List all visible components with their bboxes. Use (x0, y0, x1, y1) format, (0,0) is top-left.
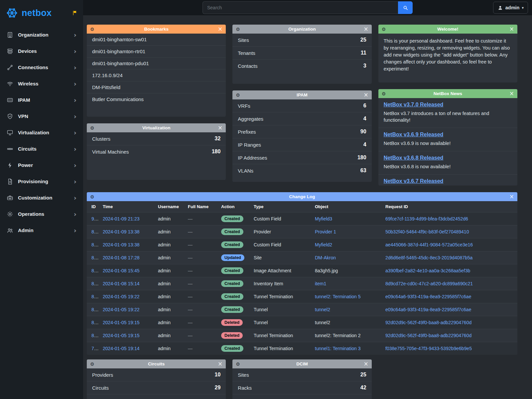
changelog-object-link[interactable]: Provider 1 (315, 229, 336, 234)
sidebar-item-customization[interactable]: Customization › (0, 190, 83, 206)
sidebar-item-wireless[interactable]: Wireless › (0, 75, 83, 92)
bookmark-item[interactable]: 172.16.0.9/24 (87, 69, 226, 81)
changelog-time-link[interactable]: 2024-01-08 15:14 (103, 281, 140, 286)
changelog-time-link[interactable]: 2024-01-05 19:22 (103, 294, 140, 299)
sidebar-item-power[interactable]: Power › (0, 157, 83, 173)
stat-value[interactable]: 6 (363, 103, 366, 109)
stat-value[interactable]: 10 (215, 372, 221, 378)
widget-close-icon[interactable]: × (509, 194, 514, 200)
changelog-request-id-link[interactable]: ae445066-387d-44f1-9084-572a05ce3e16 (385, 242, 473, 247)
changelog-time-link[interactable]: 2024-01-08 17:28 (103, 255, 140, 260)
widget-close-icon[interactable]: × (509, 91, 514, 96)
widget-config-gear-icon[interactable]: ⚙ (90, 362, 94, 366)
sidebar-item-organization[interactable]: Organization › (0, 27, 83, 43)
stat-value[interactable]: 25 (360, 37, 366, 43)
widget-close-icon[interactable]: × (509, 26, 514, 32)
news-link[interactable]: NetBox v3.7.0 Released (384, 102, 444, 108)
changelog-id-link[interactable]: 90 (91, 216, 99, 221)
changelog-request-id-link[interactable]: 69fce7cf-1139-4d99-bfea-f3dcbd2452d6 (385, 216, 468, 221)
changelog-request-id-link[interactable]: 50b32f40-5464-4f9c-b83f-0ef270489410 (385, 229, 469, 234)
bookmark-item[interactable]: Butler Communications (87, 93, 226, 105)
changelog-request-id-link[interactable]: 92d02d9c-562f-49f0-baa8-adb22904760d (385, 333, 471, 338)
widget-close-icon[interactable]: × (363, 92, 368, 98)
stat-value[interactable]: 4 (363, 116, 366, 122)
brand-name[interactable]: netbox (22, 8, 52, 18)
changelog-id-link[interactable]: 81 (91, 320, 99, 325)
changelog-request-id-link[interactable]: f038e755-705e-47f3-9433-5392b9e6b9e5 (385, 346, 472, 351)
widget-config-gear-icon[interactable]: ⚙ (236, 27, 240, 32)
bookmark-item[interactable]: DM-Pittsfield (87, 81, 226, 93)
changelog-time-link[interactable]: 2024-01-09 21:23 (103, 216, 140, 221)
sidebar-item-devices[interactable]: Devices › (0, 43, 83, 59)
stat-value[interactable]: 63 (360, 168, 366, 174)
changelog-object-link[interactable]: item1 (315, 281, 326, 286)
widget-config-gear-icon[interactable]: ⚙ (382, 27, 386, 32)
stat-value[interactable]: 42 (360, 385, 366, 391)
changelog-time-link[interactable]: 2024-01-05 19:15 (103, 320, 140, 325)
changelog-time-link[interactable]: 2024-01-09 13:38 (103, 229, 140, 234)
changelog-object-link[interactable]: Myfield2 (315, 242, 332, 247)
changelog-id-link[interactable]: 83 (91, 307, 99, 312)
sidebar-item-operations[interactable]: Operations › (0, 206, 83, 222)
widget-close-icon[interactable]: × (218, 125, 222, 131)
changelog-id-link[interactable]: 79 (91, 346, 99, 351)
stat-value[interactable]: 180 (212, 149, 221, 155)
search-input[interactable] (202, 1, 398, 14)
pin-flag-icon[interactable] (72, 10, 78, 16)
sidebar-item-ipam[interactable]: IPAM › (0, 92, 83, 108)
bookmark-item[interactable]: dmi01-binghamton-pdu01 (87, 57, 226, 69)
changelog-id-link[interactable]: 85 (91, 281, 99, 286)
changelog-time-link[interactable]: 2024-01-05 19:14 (103, 346, 140, 351)
sidebar-item-vpn[interactable]: VPN › (0, 108, 83, 124)
bookmark-item[interactable]: dmi01-binghamton-rtr01 (87, 45, 226, 57)
widget-config-gear-icon[interactable]: ⚙ (90, 27, 94, 32)
sidebar-item-connections[interactable]: Connections › (0, 59, 83, 75)
stat-value[interactable]: 4 (363, 142, 366, 148)
widget-config-gear-icon[interactable]: ⚙ (236, 93, 240, 97)
changelog-time-link[interactable]: 2024-01-05 19:15 (103, 333, 140, 338)
changelog-object-link[interactable]: DM-Akron (315, 255, 336, 260)
changelog-time-link[interactable]: 2024-01-05 19:22 (103, 307, 140, 312)
sidebar-item-circuits[interactable]: Circuits › (0, 141, 83, 157)
widget-config-gear-icon[interactable]: ⚙ (90, 195, 94, 199)
changelog-request-id-link[interactable]: 2d6d6e8f-5465-45dc-8ec3-2019d4087b5a (385, 255, 472, 260)
widget-close-icon[interactable]: × (363, 26, 368, 32)
search-button[interactable] (398, 1, 413, 14)
widget-close-icon[interactable]: × (218, 361, 222, 367)
changelog-time-link[interactable]: 2024-01-08 15:45 (103, 268, 140, 273)
changelog-id-link[interactable]: 87 (91, 255, 99, 260)
stat-value[interactable]: 29 (215, 385, 221, 391)
sidebar-item-virtualization[interactable]: Virtualization › (0, 124, 83, 141)
changelog-object-link[interactable]: Myfield3 (315, 216, 332, 221)
widget-config-gear-icon[interactable]: ⚙ (382, 91, 386, 96)
changelog-object-link[interactable]: tunnel2: Termination 5 (315, 294, 361, 299)
stat-value[interactable]: 25 (360, 372, 366, 378)
sidebar-item-provisioning[interactable]: Provisioning › (0, 173, 83, 190)
changelog-request-id-link[interactable]: e09c64a6-93f3-419a-8ea9-229585f7c6ae (385, 307, 471, 312)
changelog-request-id-link[interactable]: a390fbef-2a82-4e10-aa0a-3c268aa5ef3b (385, 268, 470, 273)
netbox-logo-icon[interactable] (5, 6, 19, 20)
user-menu-button[interactable]: admin ▾ (493, 2, 528, 14)
changelog-object-link[interactable]: tunnel1: Termination 3 (315, 346, 361, 351)
widget-config-gear-icon[interactable]: ⚙ (90, 126, 94, 130)
bookmark-item[interactable]: dmi01-binghamton-sw01 (87, 34, 226, 45)
changelog-id-link[interactable]: 80 (91, 333, 99, 338)
changelog-id-link[interactable]: 86 (91, 268, 99, 273)
stat-value[interactable]: 90 (360, 129, 366, 135)
changelog-time-link[interactable]: 2024-01-09 13:38 (103, 242, 140, 247)
news-link[interactable]: NetBox v3.6.8 Released (384, 155, 444, 161)
changelog-id-link[interactable]: 84 (91, 294, 99, 299)
stat-value[interactable]: 180 (357, 155, 366, 161)
changelog-id-link[interactable]: 88 (91, 242, 99, 247)
widget-close-icon[interactable]: × (363, 361, 368, 367)
widget-close-icon[interactable]: × (218, 26, 222, 32)
stat-value[interactable]: 3 (363, 63, 366, 69)
changelog-id-link[interactable]: 89 (91, 229, 99, 234)
changelog-request-id-link[interactable]: 8d9cd72e-cd0c-47c2-a620-dc899a690c21 (385, 281, 473, 286)
stat-value[interactable]: 32 (215, 136, 221, 142)
widget-config-gear-icon[interactable]: ⚙ (236, 362, 240, 366)
sidebar-item-admin[interactable]: Admin › (0, 222, 83, 238)
changelog-request-id-link[interactable]: 92d02d9c-562f-49f0-baa8-adb22904760d (385, 320, 471, 325)
news-link[interactable]: NetBox v3.6.9 Released (384, 132, 444, 138)
news-link[interactable]: NetBox v3.6.7 Released (384, 178, 444, 184)
